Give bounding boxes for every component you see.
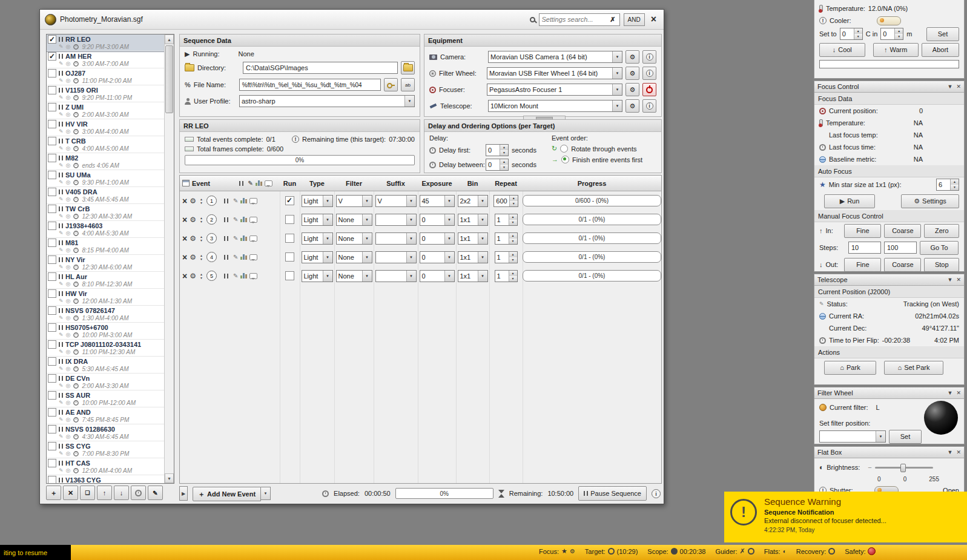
type-dropdown[interactable]: Light▼ [302, 195, 333, 207]
browse-directory-button[interactable] [401, 61, 415, 74]
notes-column-icon[interactable] [265, 180, 272, 186]
event-settings-button[interactable]: ⚙ [190, 235, 196, 242]
set-minutes-spinner[interactable]: 0▲▼ [880, 28, 903, 40]
collapse-icon[interactable]: ▼ [948, 277, 953, 283]
event-settings-button[interactable]: ⚙ [190, 272, 196, 280]
type-dropdown[interactable]: Light▼ [302, 270, 333, 282]
focus-control-titlebar[interactable]: Focus Control ▼ ✕ [814, 81, 964, 93]
close-panel-icon[interactable]: ✕ [956, 277, 961, 283]
focuser-settings-button[interactable]: ⚙ [625, 83, 639, 96]
stats-icon[interactable] [243, 236, 245, 241]
target-list-item[interactable]: HT CAS ✎ ◎ 12:00 AM-4:00 AM [47, 458, 164, 475]
camera-dropdown[interactable]: Moravian USB Camera 1 (64 bit)▼ [488, 51, 622, 63]
exposure-dropdown[interactable]: 0▼ [420, 232, 455, 245]
target-list-item[interactable]: HV VIR ✎ ◎ 3:00 AM-4:00 AM [47, 119, 164, 136]
target-checkbox[interactable] [48, 188, 56, 196]
steps-small-input[interactable]: 10 [848, 242, 881, 254]
status-recovery[interactable]: Recovery: [796, 548, 836, 555]
stop-button[interactable]: Stop [924, 258, 959, 272]
telescope-dropdown[interactable]: 10Micron Mount▼ [488, 100, 622, 112]
status-safety[interactable]: Safety: [845, 547, 876, 555]
scroll-up-icon[interactable]: ▲ [165, 35, 174, 44]
suffix-input[interactable]: ▼ [375, 214, 417, 226]
filter-wheel-dropdown[interactable]: Moravian USB Filter Wheel 1 (64 bit)▼ [487, 67, 622, 79]
target-list-item[interactable]: Z UMI ✎ ◎ 2:00 AM-3:00 AM [47, 102, 164, 119]
target-list[interactable]: RR LEO ✎ ◎ 9:20 PM-3:00 AM AM HER ✎ ◎ 3:… [47, 35, 164, 483]
flat-box-titlebar[interactable]: Flat Box ▼ ✕ [814, 447, 964, 458]
delete-event-button[interactable]: × [182, 272, 187, 280]
cool-button[interactable]: ↓Cool [819, 43, 865, 57]
set-temp-button[interactable]: Set [926, 27, 959, 41]
bin-dropdown[interactable]: 1x1▼ [458, 270, 488, 282]
status-target[interactable]: Target: (10:29) [585, 548, 638, 555]
run-checkbox[interactable] [285, 252, 294, 262]
focuser-power-button[interactable] [642, 83, 656, 96]
target-checkbox[interactable] [48, 374, 56, 383]
status-scope[interactable]: Scope: 00:20:38 [647, 548, 705, 555]
target-list-item[interactable]: TCP J08011102-0343141 ✎ ◎ 11:00 PM-12:30… [47, 340, 164, 357]
finish-radio[interactable] [561, 156, 569, 163]
delete-event-button[interactable]: × [182, 197, 187, 205]
delete-event-button[interactable]: × [182, 234, 187, 243]
target-checkbox[interactable] [48, 120, 56, 128]
target-checkbox[interactable] [48, 408, 56, 417]
exposure-dropdown[interactable]: 45▼ [420, 195, 455, 207]
clear-search-icon[interactable]: ✗ [607, 16, 618, 24]
target-list-item[interactable]: NY Vir ✎ ◎ 12:30 AM-6:00 AM [47, 255, 164, 272]
add-event-dropdown-icon[interactable]: ▼ [261, 487, 271, 500]
pause-event-icon[interactable] [224, 255, 228, 260]
out-coarse-button[interactable]: Coarse [884, 258, 921, 272]
filter-dropdown[interactable]: None▼ [336, 251, 372, 263]
run-checkbox[interactable] [285, 196, 294, 205]
pause-event-icon[interactable] [224, 274, 228, 278]
target-checkbox[interactable] [48, 255, 56, 264]
bin-dropdown[interactable]: 1x1▼ [458, 214, 488, 226]
target-checkbox[interactable] [48, 137, 56, 145]
event-settings-button[interactable]: ⚙ [190, 254, 196, 261]
edit-event-icon[interactable]: ✎ [233, 254, 238, 260]
notes-icon[interactable] [249, 236, 257, 242]
target-checkbox[interactable] [48, 154, 56, 162]
camera-connect-button[interactable]: i [642, 50, 656, 64]
target-list-item[interactable]: V405 DRA ✎ ◎ 3:45 AM-5:45 AM [47, 187, 164, 204]
status-focus[interactable]: Focus: ★ ⚙ [539, 548, 575, 555]
filter-wheel-connect-button[interactable]: i [642, 67, 656, 80]
sequence-info-icon[interactable]: i [652, 489, 661, 498]
suffix-input[interactable]: ▼ [375, 270, 417, 282]
out-fine-button[interactable]: Fine [844, 258, 881, 272]
type-dropdown[interactable]: Light▼ [302, 214, 333, 226]
target-checkbox[interactable] [48, 340, 56, 349]
telescope-titlebar[interactable]: Telescope ▼ ✕ [814, 274, 964, 286]
delete-event-button[interactable]: × [182, 253, 187, 262]
collapse-icon[interactable]: ▼ [948, 390, 953, 396]
set-temp-spinner[interactable]: 0▲▼ [840, 28, 863, 40]
run-checkbox[interactable] [285, 271, 294, 280]
event-order-spinner[interactable]: ▲▼ [199, 272, 204, 280]
target-list-item[interactable]: SS AUR ✎ ◎ 10:00 PM-12:00 AM [47, 390, 164, 407]
target-list-item[interactable]: NSVS 07826147 ✎ ◎ 1:30 AM-4:00 AM [47, 306, 164, 323]
repeat-spinner[interactable]: 1▲▼ [495, 270, 518, 282]
filter-wheel-titlebar[interactable]: Filter Wheel ▼ ✕ [814, 387, 964, 399]
repeat-spinner[interactable]: 1▲▼ [495, 232, 518, 245]
target-list-item[interactable]: AE AND ✎ ◎ 7:45 PM-8:45 PM [47, 407, 164, 424]
event-order-spinner[interactable]: ▲▼ [199, 235, 204, 242]
window-titlebar[interactable]: Photometry_Moravian.sgf ✗ AND × [40, 10, 664, 30]
target-checkbox[interactable] [48, 306, 56, 315]
target-checkbox[interactable] [48, 357, 56, 366]
collapse-panel-button[interactable]: ▶ [179, 486, 188, 501]
target-checkbox[interactable] [48, 459, 56, 467]
park-button[interactable]: ⌂Park [824, 361, 876, 375]
move-target-up-button[interactable]: ↑ [97, 486, 112, 500]
scrollbar-thumb[interactable] [165, 45, 173, 113]
target-list-item[interactable]: IX DRA ✎ ◎ 5:30 AM-6:45 AM [47, 357, 164, 374]
target-checkbox[interactable] [48, 476, 56, 483]
target-settings-button[interactable]: ✎ [148, 486, 163, 500]
target-list-scrollbar[interactable]: ▲ ▼ [164, 35, 174, 483]
repeat-spinner[interactable]: 1▲▼ [495, 214, 518, 226]
autofocus-settings-button[interactable]: ⚙Settings [901, 194, 959, 208]
exposure-dropdown[interactable]: 0▼ [420, 251, 455, 263]
cooler-toggle[interactable] [877, 16, 901, 25]
pause-event-icon[interactable] [224, 199, 228, 203]
target-checkbox[interactable] [48, 205, 56, 213]
add-target-button[interactable]: ＋ [46, 486, 61, 500]
